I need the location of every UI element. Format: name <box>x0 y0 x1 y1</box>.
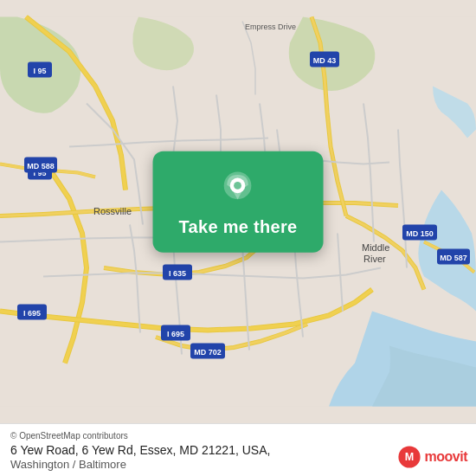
svg-text:MD 588: MD 588 <box>27 162 55 170</box>
svg-text:M: M <box>404 451 414 463</box>
app: I 95 I 95 MD 7 MD 43 MD 150 MD 587 MD 70… <box>0 0 476 476</box>
moovit-logo: M moovit <box>397 445 467 469</box>
svg-text:MD 587: MD 587 <box>440 254 467 262</box>
svg-text:Empress Drive: Empress Drive <box>245 23 296 31</box>
svg-text:I 95: I 95 <box>33 67 46 75</box>
svg-text:MD 702: MD 702 <box>194 348 222 357</box>
osm-attribution: © OpenStreetMap contributors <box>10 431 466 441</box>
location-pin-icon <box>219 170 257 208</box>
take-me-there-button[interactable]: Take me there <box>153 151 324 252</box>
map-container: I 95 I 95 MD 7 MD 43 MD 150 MD 587 MD 70… <box>0 0 476 423</box>
svg-text:I 695: I 695 <box>23 309 41 318</box>
svg-text:I 635: I 635 <box>169 269 186 278</box>
button-overlay: Take me there <box>153 151 324 252</box>
svg-text:MD 43: MD 43 <box>313 56 337 65</box>
take-me-there-label: Take me there <box>179 216 298 236</box>
svg-text:I 695: I 695 <box>167 330 184 338</box>
moovit-brand-name: moovit <box>425 449 467 465</box>
moovit-icon: M <box>397 445 421 469</box>
svg-text:MD 150: MD 150 <box>406 229 434 238</box>
svg-text:Rossville: Rossville <box>93 206 132 216</box>
osm-copyright: © OpenStreetMap contributors <box>10 431 128 441</box>
svg-text:River: River <box>363 254 386 264</box>
svg-text:Middle: Middle <box>362 242 389 253</box>
